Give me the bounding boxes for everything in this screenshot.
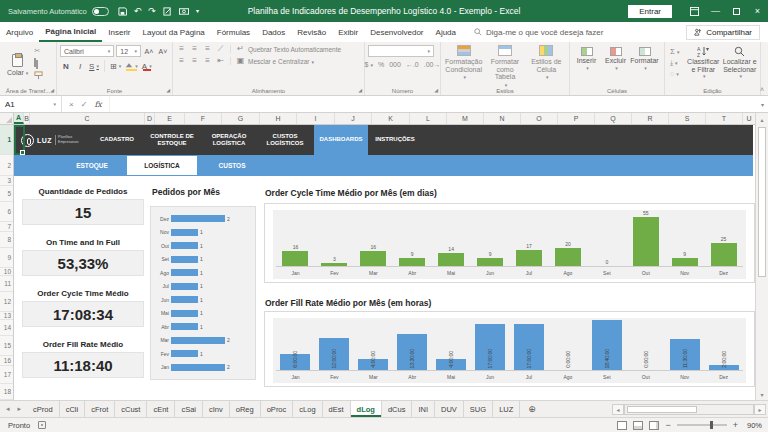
hscroll-right-icon[interactable]: ▸	[754, 404, 766, 415]
dash-nav-controle-de-estoque[interactable]: CONTROLE DE ESTOQUE	[142, 125, 202, 155]
sheet-tab-cInv[interactable]: cInv	[203, 401, 230, 417]
autosave-toggle[interactable]	[92, 7, 109, 16]
row-header-5[interactable]: 5	[0, 186, 13, 202]
subnav-tab-log-stica[interactable]: LOGÍSTICA	[127, 156, 197, 175]
column-header-N[interactable]: N	[484, 113, 521, 124]
number-format-select[interactable]	[368, 45, 434, 57]
vertical-scrollbar[interactable]: ▴ ▾	[755, 113, 768, 400]
redo-icon[interactable]: ↷	[148, 7, 156, 16]
sheet-tab-cCust[interactable]: cCust	[115, 401, 147, 417]
sheet-tab-dCus[interactable]: dCus	[382, 401, 413, 417]
sheet-tab-dLog[interactable]: dLog	[351, 401, 382, 417]
share-button[interactable]: Compartilhar	[686, 25, 760, 40]
subnav-tab-custos[interactable]: CUSTOS	[197, 155, 267, 176]
merge-center-button[interactable]: Mesclar e Centralizar	[248, 58, 314, 65]
paste-button[interactable]: Colar	[3, 45, 32, 84]
column-header-P[interactable]: P	[558, 113, 595, 124]
menu-tab-inserir[interactable]: Inserir	[102, 22, 136, 42]
row-header-17[interactable]: 17	[0, 366, 13, 384]
font-dialog-launcher[interactable]: ◢	[166, 87, 170, 93]
row-header-3[interactable]: 3	[0, 176, 13, 186]
cut-icon[interactable]: ✂	[34, 47, 46, 56]
qat-customize-icon[interactable]: ▾	[196, 8, 199, 14]
column-header-K[interactable]: K	[372, 113, 410, 124]
insert-cells-button[interactable]: Inserir	[573, 47, 600, 71]
camera-icon[interactable]	[179, 7, 189, 15]
align-right-icon[interactable]: ≡	[202, 57, 213, 65]
percent-style-icon[interactable]: %	[378, 61, 384, 68]
sheet-tab-INI[interactable]: INI	[412, 401, 435, 417]
column-header-T[interactable]: T	[706, 113, 743, 124]
dash-nav-custos-log-sticos[interactable]: CUSTOS LOGÍSTICOS	[256, 125, 314, 155]
comma-style-icon[interactable]: 000	[389, 61, 401, 68]
pedidos-chart[interactable]: Dez2Nov1Out1Set1Ago1Jul1Jun1Mai1Abr1Mar2…	[150, 206, 256, 380]
sheet-tab-cFrot[interactable]: cFrot	[85, 401, 115, 417]
column-header-I[interactable]: I	[297, 113, 335, 124]
sheet-tab-cLog[interactable]: cLog	[293, 401, 322, 417]
page-break-view-icon[interactable]	[649, 421, 659, 430]
align-bottom-icon[interactable]: ≡	[202, 45, 213, 53]
vertical-scroll-thumb[interactable]	[758, 127, 766, 277]
minimize-button[interactable]: —	[705, 0, 726, 22]
sheet-tab-cProd[interactable]: cProd	[27, 401, 60, 417]
normal-view-icon[interactable]	[617, 421, 627, 430]
draw-icon[interactable]	[163, 7, 172, 16]
column-header-G[interactable]: G	[222, 113, 260, 124]
zoom-in-icon[interactable]: +	[733, 421, 738, 430]
dash-nav-instru-es[interactable]: INSTRUÇÕES	[368, 125, 422, 155]
row-header-13[interactable]: 13	[0, 312, 13, 320]
sheet-tab-oProc[interactable]: oProc	[261, 401, 294, 417]
bold-button[interactable]: N	[60, 60, 72, 72]
menu-tab-dados[interactable]: Dados	[256, 22, 291, 42]
row-header-11[interactable]: 11	[0, 276, 13, 292]
row-header-6[interactable]: 6	[0, 202, 13, 222]
fill-color-icon[interactable]	[124, 60, 139, 72]
row-header-16[interactable]: 16	[0, 356, 13, 366]
conditional-formatting-button[interactable]: Formatação Condicional	[444, 45, 483, 81]
font-name-select[interactable]: Calibri	[60, 45, 114, 57]
column-header-Q[interactable]: Q	[595, 113, 632, 124]
zoom-out-icon[interactable]: −	[665, 421, 670, 430]
sheet-tab-LUZ[interactable]: LUZ	[493, 401, 520, 417]
decrease-indent-icon[interactable]: ⇤	[215, 57, 226, 65]
subnav-tab-estoque[interactable]: ESTOQUE	[57, 155, 127, 176]
hscroll-track[interactable]	[624, 404, 754, 415]
increase-decimal-icon[interactable]: ←.0	[406, 61, 419, 68]
row-header-14[interactable]: 14	[0, 320, 13, 336]
menu-tab-revis-o[interactable]: Revisão	[291, 22, 332, 42]
column-header-E[interactable]: E	[155, 113, 185, 124]
accounting-format-icon[interactable]: $	[365, 61, 373, 68]
column-header-F[interactable]: F	[185, 113, 222, 124]
sheet-tab-DUV[interactable]: DUV	[435, 401, 464, 417]
scroll-down-icon[interactable]: ▾	[756, 388, 768, 400]
alignment-dialog-launcher[interactable]: ◢	[358, 87, 362, 93]
dash-nav-dashboards[interactable]: DASHBOARDS	[314, 125, 368, 155]
menu-tab-layout-da-p-gina[interactable]: Layout da Página	[137, 22, 211, 42]
next-sheet-icon[interactable]: ▸	[18, 405, 22, 413]
add-sheet-icon[interactable]: ⊕	[520, 401, 544, 417]
column-header-L[interactable]: L	[410, 113, 447, 124]
row-header-7[interactable]: 7	[0, 222, 13, 232]
copy-icon[interactable]	[34, 59, 46, 68]
row-header-2[interactable]: 2	[0, 155, 13, 176]
tell-me-box[interactable]: Diga-me o que você deseja fazer	[474, 28, 603, 37]
format-cells-button[interactable]: Formatar	[631, 47, 658, 71]
formula-input[interactable]	[110, 96, 757, 112]
clear-icon[interactable]: ◌	[670, 70, 682, 79]
number-dialog-launcher[interactable]: ◢	[434, 87, 438, 93]
wrap-text-button[interactable]: Quebrar Texto Automaticamente	[248, 46, 341, 53]
sheet-tab-dEst[interactable]: dEst	[323, 401, 351, 417]
restore-button[interactable]	[726, 0, 747, 22]
cell-styles-button[interactable]: Estilos de Célula	[527, 45, 566, 81]
scroll-up-icon[interactable]: ▴	[756, 113, 768, 125]
delete-cells-button[interactable]: Excluir	[602, 47, 629, 71]
column-header-R[interactable]: R	[632, 113, 669, 124]
align-middle-icon[interactable]: ≡	[189, 45, 200, 53]
menu-tab-p-gina-inicial[interactable]: Página Inicial	[39, 22, 102, 42]
name-box[interactable]: A1 ▾	[0, 96, 62, 112]
dash-nav-cadastro[interactable]: CADASTRO	[92, 125, 142, 155]
merge-center-icon[interactable]: ▣	[235, 57, 246, 65]
italic-button[interactable]: I	[74, 60, 86, 72]
horizontal-scrollbar[interactable]: ◂ ▸	[612, 401, 768, 417]
page-layout-view-icon[interactable]	[633, 421, 643, 430]
